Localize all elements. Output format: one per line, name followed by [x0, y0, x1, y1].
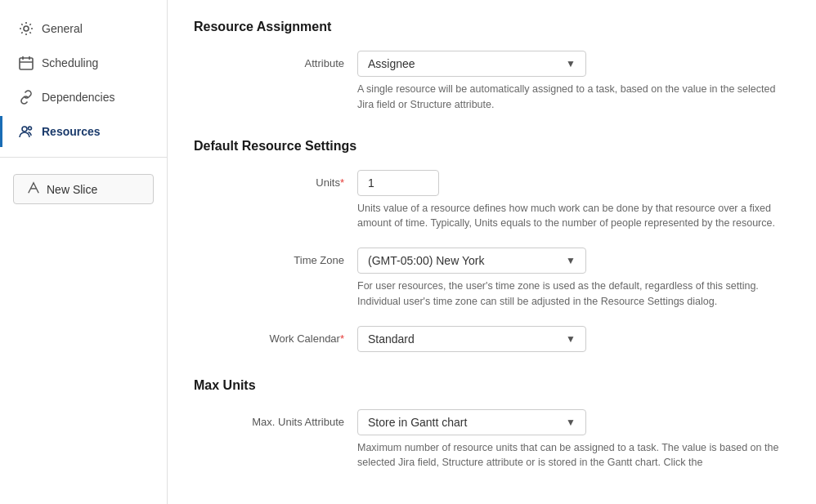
main-content: Resource Assignment Attribute Assignee ▼…	[168, 0, 816, 504]
form-content-attribute: Assignee ▼ A single resource will be aut…	[357, 51, 790, 113]
form-content-work-calendar: Standard ▼	[357, 326, 790, 352]
label-attribute: Attribute	[194, 51, 357, 69]
dropdown-work-calendar-value: Standard	[368, 332, 415, 346]
svg-point-0	[24, 26, 29, 31]
new-slice-label: New Slice	[47, 183, 97, 196]
slice-icon	[27, 181, 40, 197]
units-input[interactable]	[357, 170, 439, 196]
sidebar-item-resources-label: Resources	[42, 125, 101, 138]
settings-icon	[19, 21, 34, 36]
required-asterisk-calendar: *	[340, 332, 344, 345]
helper-text-attribute: A single resource will be automatically …	[357, 82, 790, 113]
form-row-units: Units* Units value of a resource defines…	[194, 170, 790, 232]
label-units: Units*	[194, 170, 357, 189]
sidebar-item-dependencies-label: Dependencies	[42, 91, 115, 104]
label-max-units-attribute: Max. Units Attribute	[194, 409, 357, 428]
chevron-down-icon-calendar: ▼	[566, 333, 576, 345]
sidebar-item-scheduling-label: Scheduling	[42, 56, 98, 69]
dropdown-timezone-value: (GMT-05:00) New York	[368, 254, 484, 267]
helper-text-units: Units value of a resource defines how mu…	[357, 201, 790, 232]
form-content-timezone: (GMT-05:00) New York ▼ For user resource…	[357, 248, 790, 310]
form-content-max-units-attribute: Store in Gantt chart ▼ Maximum number of…	[357, 409, 790, 471]
form-row-max-units-attribute: Max. Units Attribute Store in Gantt char…	[194, 409, 790, 471]
label-timezone: Time Zone	[194, 248, 357, 266]
sidebar-item-general[interactable]: General	[0, 13, 167, 44]
link-icon	[19, 90, 34, 105]
section-resource-assignment-title: Resource Assignment	[194, 20, 790, 34]
form-row-timezone: Time Zone (GMT-05:00) New York ▼ For use…	[194, 248, 790, 310]
sidebar-divider	[0, 157, 167, 158]
section-resource-assignment: Resource Assignment Attribute Assignee ▼…	[194, 20, 790, 113]
dropdown-attribute[interactable]: Assignee ▼	[357, 51, 586, 77]
section-default-resource-settings-title: Default Resource Settings	[194, 139, 790, 154]
new-slice-button[interactable]: New Slice	[13, 174, 154, 204]
dropdown-timezone[interactable]: (GMT-05:00) New York ▼	[357, 248, 586, 274]
form-row-work-calendar: Work Calendar* Standard ▼	[194, 326, 790, 352]
people-icon	[19, 124, 34, 139]
svg-point-2	[22, 127, 27, 132]
sidebar-item-scheduling[interactable]: Scheduling	[0, 47, 167, 78]
helper-text-timezone: For user resources, the user's time zone…	[357, 279, 790, 310]
section-max-units: Max Units Max. Units Attribute Store in …	[194, 378, 790, 471]
dropdown-max-units-attribute[interactable]: Store in Gantt chart ▼	[357, 409, 586, 435]
required-asterisk-units: *	[340, 176, 344, 189]
chevron-down-icon-max-units: ▼	[566, 417, 576, 428]
chevron-down-icon: ▼	[566, 58, 576, 69]
sidebar-item-general-label: General	[42, 22, 83, 35]
dropdown-attribute-value: Assignee	[368, 57, 415, 70]
calendar-icon	[19, 56, 34, 70]
label-work-calendar: Work Calendar*	[194, 326, 357, 345]
svg-point-3	[29, 127, 32, 130]
sidebar: General Scheduling Dependencies	[0, 0, 168, 504]
section-default-resource-settings: Default Resource Settings Units* Units v…	[194, 139, 790, 352]
chevron-down-icon-timezone: ▼	[566, 255, 576, 266]
dropdown-work-calendar[interactable]: Standard ▼	[357, 326, 586, 352]
svg-rect-1	[20, 58, 33, 69]
sidebar-item-dependencies[interactable]: Dependencies	[0, 82, 167, 113]
sidebar-item-resources[interactable]: Resources	[0, 116, 167, 147]
form-row-attribute: Attribute Assignee ▼ A single resource w…	[194, 51, 790, 113]
section-max-units-title: Max Units	[194, 378, 790, 393]
helper-text-max-units-attribute: Maximum number of resource units that ca…	[357, 440, 790, 471]
form-content-units: Units value of a resource defines how mu…	[357, 170, 790, 232]
dropdown-max-units-attribute-value: Store in Gantt chart	[368, 416, 467, 429]
